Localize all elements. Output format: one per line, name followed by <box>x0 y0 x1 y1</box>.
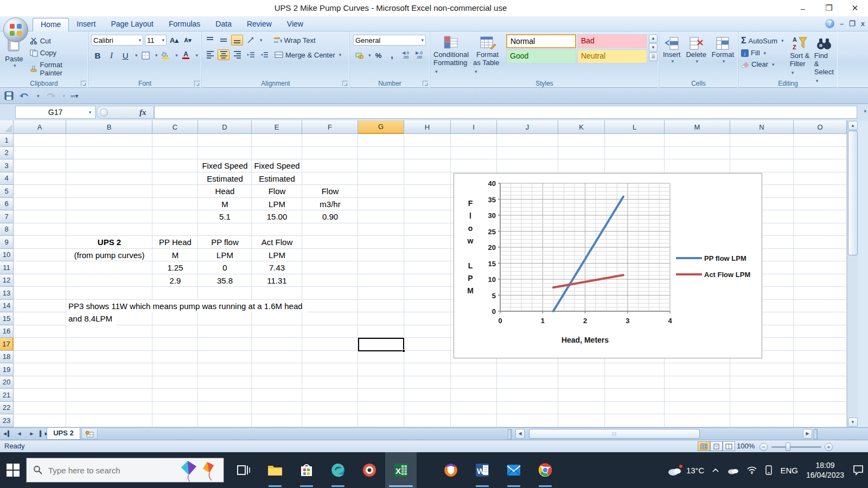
pump-curve-chart[interactable]: 012340510152025303540Head, MetersFlowLPM… <box>454 173 762 358</box>
row-header-19[interactable]: 19 <box>0 363 14 376</box>
align-right-button[interactable] <box>231 49 243 60</box>
increase-decimal-button[interactable]: ◀.0.00 <box>400 50 412 61</box>
cell-E10[interactable]: LPM <box>252 249 302 262</box>
cell-B15[interactable]: and 8.4LPM <box>66 312 117 325</box>
insert-cells-button[interactable]: Insert ▾ <box>661 35 683 65</box>
scroll-right-button[interactable]: ▶ <box>803 429 812 439</box>
fill-button[interactable]: ↓ Fill ▾ <box>739 48 786 57</box>
notification-center-button[interactable] <box>848 452 868 488</box>
row-header-6[interactable]: 6 <box>0 198 14 211</box>
word-button[interactable]: W <box>467 452 498 488</box>
orientation-button[interactable] <box>245 35 257 46</box>
close-button[interactable]: ✕ <box>842 0 868 16</box>
row-header-8[interactable]: 8 <box>0 223 14 236</box>
tab-view[interactable]: View <box>279 18 311 31</box>
formula-bar-expand-icon[interactable]: ▾ <box>864 108 866 114</box>
insert-worksheet-button[interactable] <box>81 429 98 439</box>
grow-font-button[interactable]: A▴ <box>168 35 180 46</box>
prev-sheet-button[interactable]: ◄ <box>15 429 24 438</box>
clipboard-dialog-launcher[interactable] <box>81 81 86 86</box>
increase-indent-button[interactable] <box>258 49 270 60</box>
number-format-combo[interactable]: General ▾ <box>353 35 426 46</box>
excel-taskbar-button[interactable]: X <box>385 452 417 488</box>
merge-center-button[interactable]: Merge & Center ▾ <box>273 50 343 60</box>
vertical-scroll-thumb[interactable] <box>848 131 858 255</box>
font-color-button[interactable]: A <box>180 50 192 61</box>
sheet-tab-ups2[interactable]: UPS 2 <box>47 428 80 440</box>
start-button[interactable] <box>0 452 26 488</box>
column-header-N[interactable]: N <box>730 120 794 134</box>
column-header-A[interactable]: A <box>14 120 66 134</box>
row-header-7[interactable]: 7 <box>0 210 14 223</box>
cell-C11[interactable]: 1.25 <box>152 261 198 274</box>
redo-icon[interactable] <box>45 92 56 100</box>
cell-C9[interactable]: PP Head <box>152 236 198 249</box>
styles-more-button[interactable]: ☰ <box>649 53 658 61</box>
name-box[interactable]: G17 <box>15 106 95 119</box>
borders-button[interactable] <box>139 50 151 61</box>
row-header-22[interactable]: 22 <box>0 402 14 415</box>
cell-F5[interactable]: Flow <box>302 185 358 198</box>
align-bottom-button[interactable] <box>231 35 243 46</box>
cell-E3[interactable]: Fixed Speed <box>252 159 302 172</box>
file-explorer-button[interactable] <box>259 452 291 488</box>
row-header-10[interactable]: 10 <box>0 249 14 262</box>
bold-button[interactable]: B <box>92 50 104 61</box>
align-middle-button[interactable] <box>218 35 229 46</box>
vertical-scrollbar[interactable]: ▲ ▼ <box>847 120 858 427</box>
column-header-B[interactable]: B <box>66 120 152 134</box>
row-header-18[interactable]: 18 <box>0 351 14 364</box>
style-bad[interactable]: Bad <box>577 34 647 48</box>
row-header-14[interactable]: 14 <box>0 300 14 313</box>
redo-caret-icon[interactable]: ▾ <box>63 93 66 99</box>
undo-caret-icon[interactable]: ▾ <box>37 93 40 99</box>
number-dialog-launcher[interactable] <box>423 81 428 86</box>
font-dialog-launcher[interactable] <box>194 81 200 86</box>
cell-D6[interactable]: M <box>198 198 252 211</box>
scroll-down-button[interactable]: ▼ <box>848 418 858 427</box>
zoom-out-button[interactable]: − <box>760 443 768 451</box>
page-break-view-button[interactable] <box>723 441 735 451</box>
fill-color-button[interactable] <box>160 50 172 61</box>
zoom-slider-track[interactable] <box>771 446 821 448</box>
scroll-left-button[interactable]: ◀ <box>515 429 525 439</box>
name-box-caret-icon[interactable]: ▾ <box>86 107 94 118</box>
help-icon[interactable]: ? <box>825 19 834 28</box>
qat-customize-icon[interactable]: ═▾ <box>71 92 79 100</box>
cell-E5[interactable]: Flow <box>252 185 302 198</box>
underline-button[interactable]: U <box>119 50 131 61</box>
sort-filter-button[interactable]: A Z Sort & Filter ▾ <box>788 34 812 77</box>
cell-E7[interactable]: 15.00 <box>252 210 302 223</box>
zoom-slider-thumb[interactable] <box>786 442 790 451</box>
italic-button[interactable]: I <box>106 50 118 61</box>
row-header-16[interactable]: 16 <box>0 325 14 338</box>
style-neutral[interactable]: Neutral <box>577 49 647 63</box>
cell-D4[interactable]: Estimated <box>198 172 252 185</box>
column-header-J[interactable]: J <box>497 120 558 134</box>
workbook-restore-button[interactable]: ❐ <box>849 20 856 28</box>
cell-E12[interactable]: 11.31 <box>252 274 302 287</box>
row-header-12[interactable]: 12 <box>0 274 14 287</box>
tab-page-layout[interactable]: Page Layout <box>103 18 161 31</box>
cell-E4[interactable]: Estimated <box>252 172 302 185</box>
undo-icon[interactable] <box>19 92 30 100</box>
your-phone-tray-button[interactable] <box>761 452 776 488</box>
workbook-close-button[interactable]: x <box>861 20 865 28</box>
fill-handle[interactable] <box>402 349 405 352</box>
page-layout-view-button[interactable] <box>710 441 723 451</box>
accounting-format-button[interactable] <box>353 50 365 61</box>
insert-function-button[interactable]: fx <box>139 108 146 117</box>
font-size-combo[interactable]: 11 ▾ <box>145 35 167 46</box>
cell-D11[interactable]: 0 <box>198 261 252 274</box>
tab-formulas[interactable]: Formulas <box>161 18 208 31</box>
cell-D9[interactable]: PP flow <box>198 236 252 249</box>
format-cells-button[interactable]: Format ▾ <box>710 35 736 65</box>
column-header-K[interactable]: K <box>558 120 605 134</box>
cell-C10[interactable]: M <box>152 249 198 262</box>
styles-scroll-down-button[interactable]: ▼ <box>649 43 658 52</box>
formula-input[interactable] <box>154 106 857 119</box>
delete-cells-button[interactable]: Delete ▾ <box>684 35 709 65</box>
cell-D3[interactable]: Fixed Speed <box>198 159 252 172</box>
column-header-I[interactable]: I <box>451 120 497 134</box>
cell-E11[interactable]: 7.43 <box>252 261 302 274</box>
